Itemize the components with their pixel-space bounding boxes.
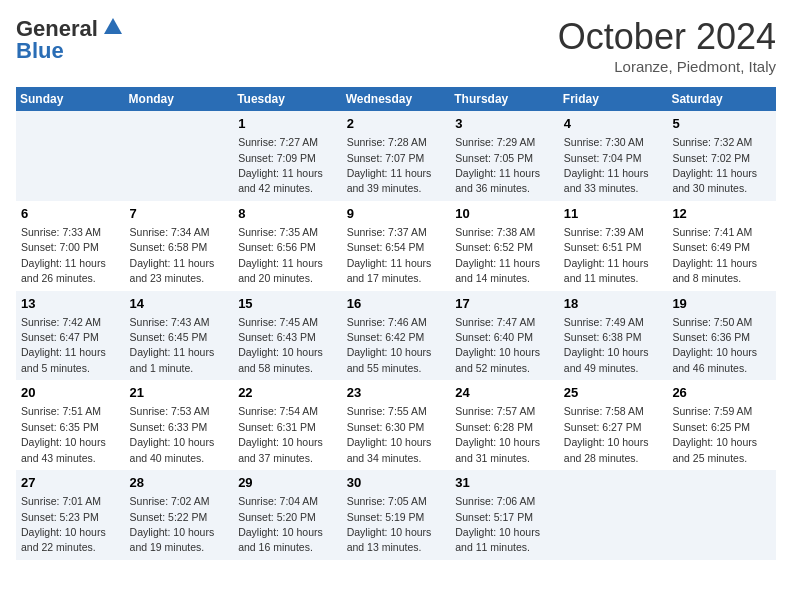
day-sunset: Sunset: 5:20 PM <box>238 511 316 523</box>
day-number: 19 <box>672 295 771 313</box>
day-number: 20 <box>21 384 120 402</box>
day-sunrise: Sunrise: 7:43 AM <box>130 316 210 328</box>
day-daylight: Daylight: 11 hours and 14 minutes. <box>455 257 540 284</box>
day-daylight: Daylight: 10 hours and 40 minutes. <box>130 436 215 463</box>
day-daylight: Daylight: 10 hours and 49 minutes. <box>564 346 649 373</box>
column-header-friday: Friday <box>559 87 668 111</box>
day-sunset: Sunset: 5:23 PM <box>21 511 99 523</box>
calendar-week-5: 27 Sunrise: 7:01 AM Sunset: 5:23 PM Dayl… <box>16 470 776 560</box>
day-daylight: Daylight: 10 hours and 43 minutes. <box>21 436 106 463</box>
day-daylight: Daylight: 11 hours and 26 minutes. <box>21 257 106 284</box>
day-sunset: Sunset: 6:33 PM <box>130 421 208 433</box>
day-sunset: Sunset: 7:07 PM <box>347 152 425 164</box>
calendar-cell: 23 Sunrise: 7:55 AM Sunset: 6:30 PM Dayl… <box>342 380 451 470</box>
calendar-cell: 9 Sunrise: 7:37 AM Sunset: 6:54 PM Dayli… <box>342 201 451 291</box>
calendar-cell: 7 Sunrise: 7:34 AM Sunset: 6:58 PM Dayli… <box>125 201 234 291</box>
day-sunrise: Sunrise: 7:32 AM <box>672 136 752 148</box>
day-daylight: Daylight: 11 hours and 33 minutes. <box>564 167 649 194</box>
day-number: 21 <box>130 384 229 402</box>
day-sunrise: Sunrise: 7:41 AM <box>672 226 752 238</box>
logo: General Blue <box>16 16 124 64</box>
calendar-cell: 27 Sunrise: 7:01 AM Sunset: 5:23 PM Dayl… <box>16 470 125 560</box>
day-daylight: Daylight: 10 hours and 13 minutes. <box>347 526 432 553</box>
day-sunset: Sunset: 6:56 PM <box>238 241 316 253</box>
day-sunset: Sunset: 6:49 PM <box>672 241 750 253</box>
calendar-cell: 25 Sunrise: 7:58 AM Sunset: 6:27 PM Dayl… <box>559 380 668 470</box>
column-header-tuesday: Tuesday <box>233 87 342 111</box>
day-daylight: Daylight: 10 hours and 46 minutes. <box>672 346 757 373</box>
calendar-cell: 20 Sunrise: 7:51 AM Sunset: 6:35 PM Dayl… <box>16 380 125 470</box>
day-sunrise: Sunrise: 7:33 AM <box>21 226 101 238</box>
day-daylight: Daylight: 11 hours and 39 minutes. <box>347 167 432 194</box>
day-sunrise: Sunrise: 7:29 AM <box>455 136 535 148</box>
day-daylight: Daylight: 11 hours and 11 minutes. <box>564 257 649 284</box>
day-daylight: Daylight: 11 hours and 20 minutes. <box>238 257 323 284</box>
day-number: 16 <box>347 295 446 313</box>
calendar-cell: 1 Sunrise: 7:27 AM Sunset: 7:09 PM Dayli… <box>233 111 342 201</box>
day-daylight: Daylight: 11 hours and 1 minute. <box>130 346 215 373</box>
day-daylight: Daylight: 11 hours and 30 minutes. <box>672 167 757 194</box>
day-sunrise: Sunrise: 7:55 AM <box>347 405 427 417</box>
day-sunrise: Sunrise: 7:39 AM <box>564 226 644 238</box>
calendar-cell <box>125 111 234 201</box>
day-sunrise: Sunrise: 7:34 AM <box>130 226 210 238</box>
day-daylight: Daylight: 10 hours and 58 minutes. <box>238 346 323 373</box>
day-daylight: Daylight: 10 hours and 28 minutes. <box>564 436 649 463</box>
day-daylight: Daylight: 10 hours and 34 minutes. <box>347 436 432 463</box>
day-number: 28 <box>130 474 229 492</box>
day-daylight: Daylight: 10 hours and 25 minutes. <box>672 436 757 463</box>
calendar-cell: 24 Sunrise: 7:57 AM Sunset: 6:28 PM Dayl… <box>450 380 559 470</box>
page-header: General Blue October 2024 Loranze, Piedm… <box>16 16 776 75</box>
day-sunset: Sunset: 6:54 PM <box>347 241 425 253</box>
day-sunrise: Sunrise: 7:42 AM <box>21 316 101 328</box>
day-sunrise: Sunrise: 7:28 AM <box>347 136 427 148</box>
calendar-cell <box>16 111 125 201</box>
calendar-cell: 16 Sunrise: 7:46 AM Sunset: 6:42 PM Dayl… <box>342 291 451 381</box>
day-number: 24 <box>455 384 554 402</box>
calendar-cell: 15 Sunrise: 7:45 AM Sunset: 6:43 PM Dayl… <box>233 291 342 381</box>
day-number: 4 <box>564 115 663 133</box>
day-number: 3 <box>455 115 554 133</box>
day-number: 10 <box>455 205 554 223</box>
column-header-monday: Monday <box>125 87 234 111</box>
day-sunrise: Sunrise: 7:35 AM <box>238 226 318 238</box>
day-number: 7 <box>130 205 229 223</box>
day-sunset: Sunset: 5:17 PM <box>455 511 533 523</box>
calendar-cell <box>559 470 668 560</box>
day-sunset: Sunset: 6:43 PM <box>238 331 316 343</box>
logo-icon <box>102 16 124 38</box>
day-sunrise: Sunrise: 7:59 AM <box>672 405 752 417</box>
calendar-week-2: 6 Sunrise: 7:33 AM Sunset: 7:00 PM Dayli… <box>16 201 776 291</box>
day-number: 5 <box>672 115 771 133</box>
calendar-cell: 30 Sunrise: 7:05 AM Sunset: 5:19 PM Dayl… <box>342 470 451 560</box>
day-sunset: Sunset: 7:09 PM <box>238 152 316 164</box>
day-number: 30 <box>347 474 446 492</box>
calendar-cell: 28 Sunrise: 7:02 AM Sunset: 5:22 PM Dayl… <box>125 470 234 560</box>
day-number: 25 <box>564 384 663 402</box>
day-daylight: Daylight: 11 hours and 23 minutes. <box>130 257 215 284</box>
day-sunset: Sunset: 7:05 PM <box>455 152 533 164</box>
calendar-cell: 29 Sunrise: 7:04 AM Sunset: 5:20 PM Dayl… <box>233 470 342 560</box>
day-sunrise: Sunrise: 7:27 AM <box>238 136 318 148</box>
day-number: 26 <box>672 384 771 402</box>
calendar-table: SundayMondayTuesdayWednesdayThursdayFrid… <box>16 87 776 560</box>
day-number: 8 <box>238 205 337 223</box>
day-sunrise: Sunrise: 7:47 AM <box>455 316 535 328</box>
calendar-cell: 12 Sunrise: 7:41 AM Sunset: 6:49 PM Dayl… <box>667 201 776 291</box>
day-sunset: Sunset: 6:27 PM <box>564 421 642 433</box>
day-sunrise: Sunrise: 7:54 AM <box>238 405 318 417</box>
day-daylight: Daylight: 11 hours and 8 minutes. <box>672 257 757 284</box>
calendar-week-3: 13 Sunrise: 7:42 AM Sunset: 6:47 PM Dayl… <box>16 291 776 381</box>
day-number: 23 <box>347 384 446 402</box>
day-sunset: Sunset: 6:42 PM <box>347 331 425 343</box>
calendar-header-row: SundayMondayTuesdayWednesdayThursdayFrid… <box>16 87 776 111</box>
calendar-cell: 13 Sunrise: 7:42 AM Sunset: 6:47 PM Dayl… <box>16 291 125 381</box>
calendar-cell: 6 Sunrise: 7:33 AM Sunset: 7:00 PM Dayli… <box>16 201 125 291</box>
calendar-cell: 2 Sunrise: 7:28 AM Sunset: 7:07 PM Dayli… <box>342 111 451 201</box>
day-sunrise: Sunrise: 7:01 AM <box>21 495 101 507</box>
day-daylight: Daylight: 10 hours and 55 minutes. <box>347 346 432 373</box>
calendar-cell: 18 Sunrise: 7:49 AM Sunset: 6:38 PM Dayl… <box>559 291 668 381</box>
day-sunset: Sunset: 7:04 PM <box>564 152 642 164</box>
day-daylight: Daylight: 10 hours and 37 minutes. <box>238 436 323 463</box>
day-sunrise: Sunrise: 7:30 AM <box>564 136 644 148</box>
